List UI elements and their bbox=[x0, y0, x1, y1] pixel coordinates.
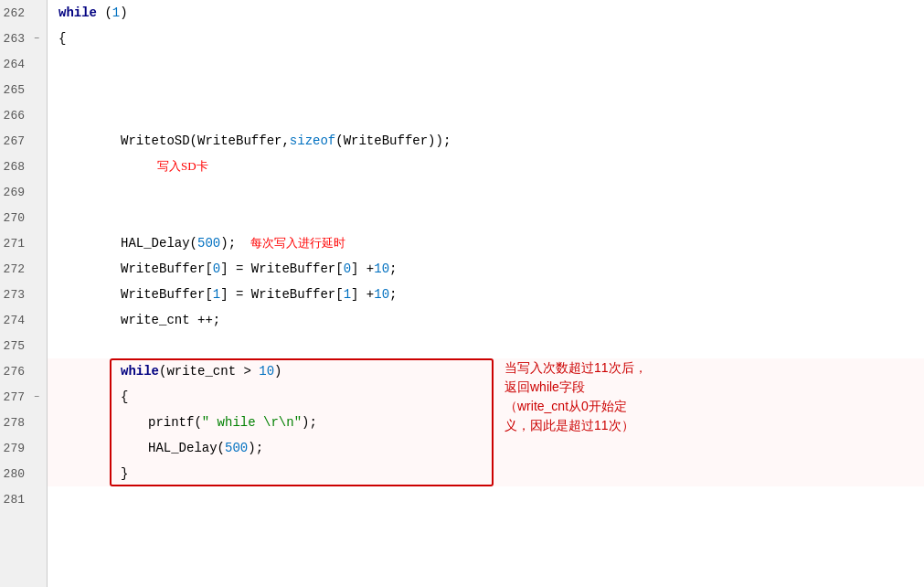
line-number: 264 bbox=[0, 58, 30, 71]
fold-collapse-icon-2[interactable]: − bbox=[30, 390, 43, 403]
line-number: 281 bbox=[0, 493, 30, 507]
code-line-281 bbox=[48, 486, 924, 512]
line-num-row: 281 bbox=[0, 486, 47, 512]
line-number: 270 bbox=[0, 211, 30, 225]
line-num-row: 280 bbox=[0, 461, 47, 486]
code-line-264 bbox=[48, 51, 924, 77]
line-number: 278 bbox=[0, 416, 30, 430]
code-line-274: write_cnt ++; bbox=[48, 307, 924, 333]
line-num-row: 274 bbox=[0, 307, 47, 333]
code-area: while (1) { WritetoSD(WriteBuffer,sizeof… bbox=[48, 0, 924, 587]
line-number: 263 bbox=[0, 32, 30, 46]
annotation-while-comment: 当写入次数超过11次后， 返回while字段 （write_cnt从0开始定 义… bbox=[504, 358, 724, 435]
code-line-263: { bbox=[48, 26, 924, 51]
line-num-row: 266 bbox=[0, 102, 47, 128]
line-number: 262 bbox=[0, 6, 30, 20]
code-line-262: while (1) bbox=[48, 0, 924, 26]
keyword-while: while bbox=[58, 5, 97, 20]
line-num-row: 277 − bbox=[0, 384, 47, 410]
line-number: 280 bbox=[0, 467, 30, 481]
line-num-row: 263 − bbox=[0, 26, 47, 51]
fold-icon[interactable] bbox=[30, 6, 43, 19]
line-num-row: 267 bbox=[0, 128, 47, 154]
line-num-row: 265 bbox=[0, 77, 47, 102]
code-line-275 bbox=[48, 333, 924, 358]
line-num-row: 272 bbox=[0, 256, 47, 282]
line-number: 267 bbox=[0, 134, 30, 148]
line-num-row: 262 bbox=[0, 0, 47, 26]
code-line-270 bbox=[48, 205, 924, 230]
code-line-273: WriteBuffer[1] = WriteBuffer[1] +10; bbox=[48, 282, 924, 307]
fold-collapse-icon[interactable]: − bbox=[30, 32, 43, 45]
line-number: 268 bbox=[0, 160, 30, 174]
code-line-268: 写入SD卡 bbox=[48, 154, 924, 179]
code-line-267: WritetoSD(WriteBuffer,sizeof(WriteBuffer… bbox=[48, 128, 924, 154]
line-num-row: 273 bbox=[0, 282, 47, 307]
line-num-row: 264 bbox=[0, 51, 47, 77]
line-number: 279 bbox=[0, 442, 30, 455]
line-num-row: 276 bbox=[0, 358, 47, 384]
comment-delay: 每次写入进行延时 bbox=[250, 235, 345, 251]
line-number: 266 bbox=[0, 109, 30, 123]
code-editor: 262 263 − 264 265 266 267 26 bbox=[0, 0, 924, 587]
line-number: 271 bbox=[0, 237, 30, 251]
line-num-row: 275 bbox=[0, 333, 47, 358]
line-num-row: 279 bbox=[0, 435, 47, 461]
line-num-row: 268 bbox=[0, 154, 47, 179]
code-line-271: HAL_Delay(500); 每次写入进行延时 bbox=[48, 230, 924, 256]
line-number: 277 bbox=[0, 390, 30, 404]
line-number: 274 bbox=[0, 314, 30, 327]
comment-sd-card: 写入SD卡 bbox=[157, 158, 208, 175]
line-num-row: 271 bbox=[0, 230, 47, 256]
line-number: 272 bbox=[0, 262, 30, 276]
line-number: 276 bbox=[0, 365, 30, 379]
annotation-box-while bbox=[110, 358, 494, 486]
code-line-265 bbox=[48, 77, 924, 102]
line-num-row: 269 bbox=[0, 179, 47, 205]
line-num-row: 278 bbox=[0, 410, 47, 435]
line-number: 269 bbox=[0, 186, 30, 199]
line-number: 265 bbox=[0, 83, 30, 97]
line-number: 275 bbox=[0, 339, 30, 353]
code-line-266 bbox=[48, 102, 924, 128]
line-number: 273 bbox=[0, 288, 30, 302]
line-num-row: 270 bbox=[0, 205, 47, 230]
line-numbers: 262 263 − 264 265 266 267 26 bbox=[0, 0, 48, 587]
code-line-272: WriteBuffer[0] = WriteBuffer[0] +10; bbox=[48, 256, 924, 282]
code-line-269 bbox=[48, 179, 924, 205]
